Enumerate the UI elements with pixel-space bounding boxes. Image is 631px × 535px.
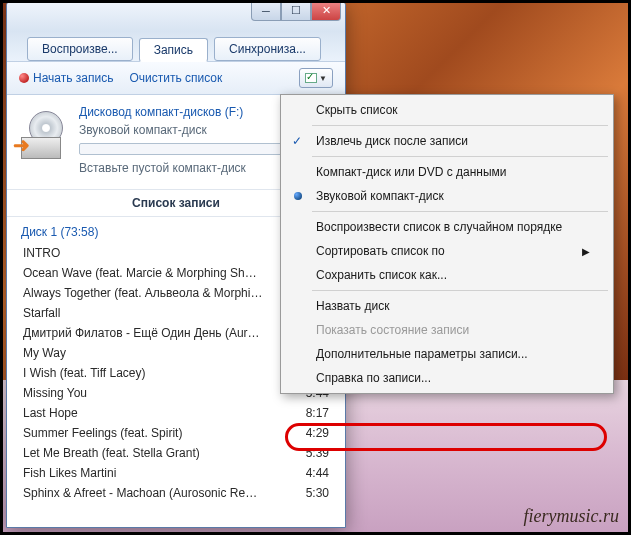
start-burn-label: Начать запись	[33, 71, 113, 85]
menu-shuffle[interactable]: Воспроизвести список в случайном порядке	[284, 215, 610, 239]
track-name: Ocean Wave (feat. Marcie & Morphing Shad…	[23, 266, 263, 280]
menu-sort-label: Сортировать список по	[316, 244, 445, 258]
menu-eject-after-burn[interactable]: ✓ Извлечь диск после записи	[284, 129, 610, 153]
menu-save-as[interactable]: Сохранить список как...	[284, 263, 610, 287]
maximize-button[interactable]: ☐	[281, 1, 311, 21]
track-name: Fish Likes Martini	[23, 466, 116, 480]
toolbar: Начать запись Очистить список ▼	[7, 62, 345, 95]
titlebar: ─ ☐ ✕	[7, 1, 345, 31]
track-name: My Way	[23, 346, 66, 360]
track-duration: 5:30	[298, 486, 329, 500]
minimize-button[interactable]: ─	[251, 1, 281, 21]
track-name: Дмитрий Филатов - Ещё Один День (Auros..…	[23, 326, 263, 340]
track-name: Let Me Breath (feat. Stella Grant)	[23, 446, 200, 460]
track-duration: 4:44	[298, 466, 329, 480]
track-duration: 4:29	[298, 426, 329, 440]
menu-help[interactable]: Справка по записи...	[284, 366, 610, 390]
menu-data-disc-label: Компакт-диск или DVD с данными	[316, 165, 507, 179]
track-duration: 8:17	[298, 406, 329, 420]
tab-bar: Воспроизве... Запись Синхрониза...	[7, 31, 345, 62]
menu-audio-disc-label: Звуковой компакт-диск	[316, 189, 444, 203]
track-name: Summer Feelings (feat. Spirit)	[23, 426, 182, 440]
burn-options-button[interactable]: ▼	[299, 68, 333, 88]
start-burn-button[interactable]: Начать запись	[19, 71, 113, 85]
track-name: Last Hope	[23, 406, 78, 420]
options-icon	[305, 73, 317, 83]
menu-data-disc[interactable]: Компакт-диск или DVD с данными	[284, 160, 610, 184]
check-icon: ✓	[292, 134, 302, 148]
submenu-arrow-icon: ▶	[582, 246, 590, 257]
track-name: INTRO	[23, 246, 60, 260]
track-row[interactable]: Last Hope8:17	[21, 403, 331, 423]
radio-icon	[294, 192, 302, 200]
track-duration: 5:39	[298, 446, 329, 460]
track-row[interactable]: Summer Feelings (feat. Spirit)4:29	[21, 423, 331, 443]
menu-sort[interactable]: Сортировать список по ▶	[284, 239, 610, 263]
menu-eject-label: Извлечь диск после записи	[316, 134, 468, 148]
burn-options-menu: Скрыть список ✓ Извлечь диск после запис…	[280, 94, 614, 394]
clear-list-button[interactable]: Очистить список	[129, 71, 222, 85]
tab-burn[interactable]: Запись	[139, 38, 208, 62]
menu-advanced-options[interactable]: Дополнительные параметры записи...	[284, 342, 610, 366]
track-name: Starfall	[23, 306, 60, 320]
cd-drive-icon: ➜	[21, 111, 69, 159]
menu-show-status: Показать состояние записи	[284, 318, 610, 342]
tab-play[interactable]: Воспроизве...	[27, 37, 133, 61]
menu-hide-list[interactable]: Скрыть список	[284, 98, 610, 122]
menu-name-disc[interactable]: Назвать диск	[284, 294, 610, 318]
track-row[interactable]: Sphinx & Afreet - Machoan (Aurosonic Rem…	[21, 483, 331, 503]
track-name: Sphinx & Afreet - Machoan (Aurosonic Rem…	[23, 486, 263, 500]
track-row[interactable]: Fish Likes Martini4:44	[21, 463, 331, 483]
track-name: I Wish (feat. Tiff Lacey)	[23, 366, 145, 380]
chevron-down-icon: ▼	[319, 74, 327, 83]
watermark: fierymusic.ru	[524, 506, 619, 527]
tab-sync[interactable]: Синхрониза...	[214, 37, 321, 61]
track-row[interactable]: Let Me Breath (feat. Stella Grant)5:39	[21, 443, 331, 463]
menu-audio-disc[interactable]: Звуковой компакт-диск	[284, 184, 610, 208]
track-name: Always Together (feat. Альвеола & Morphi…	[23, 286, 263, 300]
track-name: Missing You	[23, 386, 87, 400]
close-button[interactable]: ✕	[311, 1, 341, 21]
record-icon	[19, 73, 29, 83]
